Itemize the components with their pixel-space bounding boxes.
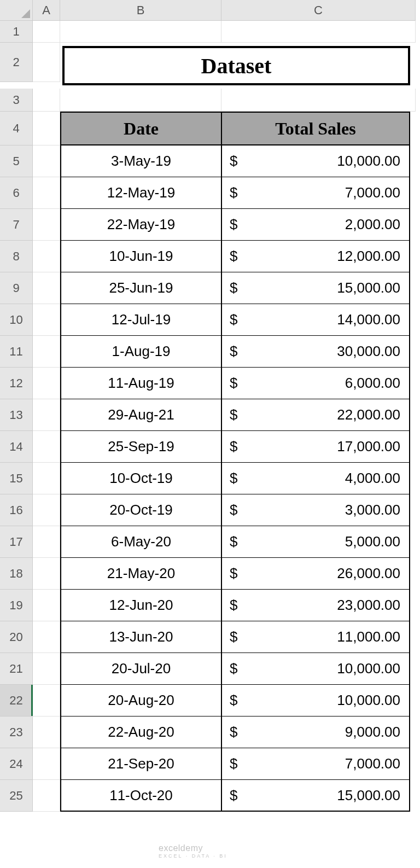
cell-A10[interactable] xyxy=(33,304,60,336)
cell-C22[interactable]: $10,000.00 xyxy=(221,685,410,716)
row-header-7[interactable]: 7 xyxy=(0,209,33,241)
cell-C23[interactable]: $9,000.00 xyxy=(221,716,410,748)
cell-A8[interactable] xyxy=(33,241,60,272)
row-header-24[interactable]: 24 xyxy=(0,748,33,780)
row-header-8[interactable]: 8 xyxy=(0,241,33,272)
row-header-15[interactable]: 15 xyxy=(0,463,33,494)
cell-B24[interactable]: 21-Sep-20 xyxy=(60,748,221,780)
cell-C25[interactable]: $15,000.00 xyxy=(221,780,410,812)
cell-A4[interactable] xyxy=(33,112,60,145)
cell-C21[interactable]: $10,000.00 xyxy=(221,653,410,685)
row-header-2[interactable]: 2 xyxy=(0,43,33,82)
cell-B21[interactable]: 20-Jul-20 xyxy=(60,653,221,685)
cell-C9[interactable]: $15,000.00 xyxy=(221,272,410,304)
cell-B3[interactable] xyxy=(60,89,221,112)
cell-B20[interactable]: 13-Jun-20 xyxy=(60,621,221,653)
cell-B12[interactable]: 11-Aug-19 xyxy=(60,368,221,399)
cell-A9[interactable] xyxy=(33,272,60,304)
row-header-10[interactable]: 10 xyxy=(0,304,33,336)
cell-A12[interactable] xyxy=(33,368,60,399)
cell-A3[interactable] xyxy=(33,89,60,112)
column-header-C[interactable]: C xyxy=(221,0,416,21)
cell-B8[interactable]: 10-Jun-19 xyxy=(60,241,221,272)
cell-C11[interactable]: $30,000.00 xyxy=(221,336,410,368)
cell-B1[interactable] xyxy=(60,21,221,43)
cell-B11[interactable]: 1-Aug-19 xyxy=(60,336,221,368)
cell-C19[interactable]: $23,000.00 xyxy=(221,590,410,621)
cell-B19[interactable]: 12-Jun-20 xyxy=(60,590,221,621)
cell-C20[interactable]: $11,000.00 xyxy=(221,621,410,653)
cell-A15[interactable] xyxy=(33,463,60,494)
cell-C3[interactable] xyxy=(221,89,416,112)
cell-C5[interactable]: $10,000.00 xyxy=(221,145,410,177)
cell-B13[interactable]: 29-Aug-21 xyxy=(60,399,221,431)
row-header-11[interactable]: 11 xyxy=(0,336,33,368)
cell-A21[interactable] xyxy=(33,653,60,685)
cell-C17[interactable]: $5,000.00 xyxy=(221,526,410,558)
cell-C15[interactable]: $4,000.00 xyxy=(221,463,410,494)
row-header-3[interactable]: 3 xyxy=(0,89,33,112)
cell-A22[interactable] xyxy=(33,685,60,716)
cell-C18[interactable]: $26,000.00 xyxy=(221,558,410,590)
row-header-23[interactable]: 23 xyxy=(0,716,33,748)
cell-C13[interactable]: $22,000.00 xyxy=(221,399,410,431)
cell-B25[interactable]: 11-Oct-20 xyxy=(60,780,221,812)
row-header-22[interactable]: 22 xyxy=(0,685,33,716)
cell-B16[interactable]: 20-Oct-19 xyxy=(60,494,221,526)
row-header-16[interactable]: 16 xyxy=(0,494,33,526)
row-header-19[interactable]: 19 xyxy=(0,590,33,621)
cell-B5[interactable]: 3-May-19 xyxy=(60,145,221,177)
table-header-date[interactable]: Date xyxy=(60,112,221,145)
cell-B23[interactable]: 22-Aug-20 xyxy=(60,716,221,748)
cell-A5[interactable] xyxy=(33,145,60,177)
row-header-13[interactable]: 13 xyxy=(0,399,33,431)
cell-B6[interactable]: 12-May-19 xyxy=(60,177,221,209)
select-all-corner[interactable] xyxy=(0,0,33,21)
cell-B22[interactable]: 20-Aug-20 xyxy=(60,685,221,716)
cell-B10[interactable]: 12-Jul-19 xyxy=(60,304,221,336)
cell-A1[interactable] xyxy=(33,21,60,43)
row-header-14[interactable]: 14 xyxy=(0,431,33,463)
row-header-17[interactable]: 17 xyxy=(0,526,33,558)
column-header-B[interactable]: B xyxy=(60,0,221,21)
cell-A17[interactable] xyxy=(33,526,60,558)
cell-C1[interactable] xyxy=(221,21,416,43)
cell-C8[interactable]: $12,000.00 xyxy=(221,241,410,272)
cell-C6[interactable]: $7,000.00 xyxy=(221,177,410,209)
cell-A23[interactable] xyxy=(33,716,60,748)
cell-B17[interactable]: 6-May-20 xyxy=(60,526,221,558)
row-header-21[interactable]: 21 xyxy=(0,653,33,685)
title-merged-cell[interactable]: Dataset xyxy=(62,46,410,85)
row-header-4[interactable]: 4 xyxy=(0,112,33,145)
row-header-12[interactable]: 12 xyxy=(0,368,33,399)
cell-B7[interactable]: 22-May-19 xyxy=(60,209,221,241)
cell-A18[interactable] xyxy=(33,558,60,590)
row-header-5[interactable]: 5 xyxy=(0,145,33,177)
cell-A11[interactable] xyxy=(33,336,60,368)
cell-A24[interactable] xyxy=(33,748,60,780)
row-header-18[interactable]: 18 xyxy=(0,558,33,590)
cell-A14[interactable] xyxy=(33,431,60,463)
cell-A2[interactable] xyxy=(33,43,60,82)
cell-B15[interactable]: 10-Oct-19 xyxy=(60,463,221,494)
cell-A7[interactable] xyxy=(33,209,60,241)
row-header-6[interactable]: 6 xyxy=(0,177,33,209)
cell-A20[interactable] xyxy=(33,621,60,653)
cell-C16[interactable]: $3,000.00 xyxy=(221,494,410,526)
cell-C7[interactable]: $2,000.00 xyxy=(221,209,410,241)
cell-A19[interactable] xyxy=(33,590,60,621)
column-header-A[interactable]: A xyxy=(33,0,60,21)
row-header-9[interactable]: 9 xyxy=(0,272,33,304)
cell-B14[interactable]: 25-Sep-19 xyxy=(60,431,221,463)
cell-C14[interactable]: $17,000.00 xyxy=(221,431,410,463)
cell-A16[interactable] xyxy=(33,494,60,526)
row-header-25[interactable]: 25 xyxy=(0,780,33,812)
cell-B18[interactable]: 21-May-20 xyxy=(60,558,221,590)
table-header-total[interactable]: Total Sales xyxy=(221,112,410,145)
cell-A25[interactable] xyxy=(33,780,60,812)
cell-C24[interactable]: $7,000.00 xyxy=(221,748,410,780)
cell-A6[interactable] xyxy=(33,177,60,209)
row-header-20[interactable]: 20 xyxy=(0,621,33,653)
row-header-1[interactable]: 1 xyxy=(0,21,33,43)
cell-C10[interactable]: $14,000.00 xyxy=(221,304,410,336)
